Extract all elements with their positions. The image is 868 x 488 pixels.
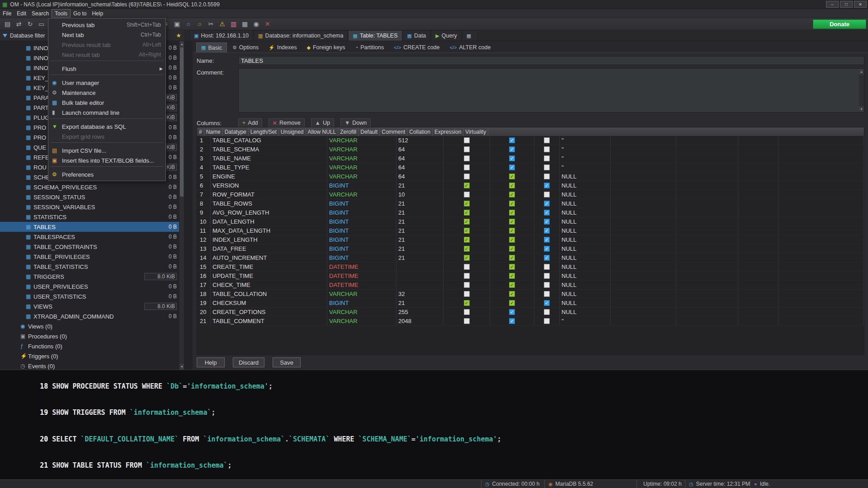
allow-null-checkbox[interactable] bbox=[509, 228, 515, 234]
datatype-cell[interactable]: BIGINT bbox=[327, 199, 396, 208]
tree-item[interactable]: ▦ SCHEMA_PRIVILEGES 0 B bbox=[0, 182, 184, 192]
scrollbar-thumb[interactable] bbox=[180, 47, 184, 197]
allow-null-checkbox[interactable] bbox=[509, 318, 515, 324]
default-cell[interactable]: NULL bbox=[560, 199, 611, 208]
length-cell[interactable]: 21 bbox=[396, 208, 443, 217]
zerofill-checkbox[interactable] bbox=[544, 183, 550, 188]
datatype-cell[interactable]: BIGINT bbox=[327, 244, 396, 253]
default-cell[interactable]: NULL bbox=[560, 299, 611, 307]
table-row[interactable]: 15 CREATE_TIME DATETIME NULL bbox=[197, 263, 864, 272]
default-cell[interactable]: '' bbox=[560, 317, 611, 325]
virtuality-cell[interactable] bbox=[778, 226, 864, 235]
main-tab[interactable]: ▥ Database: information_schema bbox=[254, 30, 348, 41]
menu-entry[interactable]: ⚙ Maintenance bbox=[48, 88, 165, 98]
table-row[interactable]: 20 CREATE_OPTIONS VARCHAR 255 NULL bbox=[197, 308, 864, 317]
comment-cell[interactable] bbox=[611, 199, 676, 208]
table-row[interactable]: 4 TABLE_TYPE VARCHAR 64 '' bbox=[197, 163, 864, 172]
collation-cell[interactable] bbox=[676, 290, 738, 298]
collation-cell[interactable] bbox=[676, 244, 738, 253]
length-cell[interactable]: 64 bbox=[396, 163, 443, 172]
allow-null-checkbox[interactable] bbox=[509, 146, 515, 152]
comment-cell[interactable] bbox=[611, 226, 676, 235]
column-header[interactable]: Name bbox=[204, 127, 223, 136]
zerofill-checkbox[interactable] bbox=[544, 164, 550, 170]
datatype-cell[interactable]: BIGINT bbox=[327, 208, 396, 217]
default-cell[interactable]: NULL bbox=[560, 208, 611, 217]
table-editor-tab[interactable]: ⚙ Options bbox=[228, 42, 263, 52]
table-row[interactable]: 11 MAX_DATA_LENGTH BIGINT 21 NULL bbox=[197, 226, 864, 235]
maximize-button[interactable]: □ bbox=[840, 1, 853, 8]
tree-item[interactable]: ⚡ Triggers (0) bbox=[0, 351, 184, 361]
unsigned-checkbox[interactable] bbox=[464, 183, 470, 188]
comment-cell[interactable] bbox=[611, 181, 676, 190]
tree-item[interactable]: ▦ TABLE_STATISTICS 0 B bbox=[0, 262, 184, 272]
virtuality-cell[interactable] bbox=[778, 308, 864, 316]
column-header[interactable]: Expression bbox=[433, 127, 463, 136]
comment-cell[interactable] bbox=[611, 163, 676, 172]
expression-cell[interactable] bbox=[738, 272, 778, 280]
datatype-cell[interactable]: VARCHAR bbox=[327, 290, 396, 298]
column-name-cell[interactable]: TABLE_NAME bbox=[211, 154, 327, 163]
collation-cell[interactable] bbox=[676, 181, 738, 190]
unsigned-checkbox[interactable] bbox=[464, 201, 470, 206]
zerofill-checkbox[interactable] bbox=[544, 273, 550, 279]
datatype-cell[interactable]: DATETIME bbox=[327, 281, 396, 289]
table-comment-input[interactable] bbox=[238, 68, 864, 113]
virtuality-cell[interactable] bbox=[778, 317, 864, 325]
column-header[interactable]: Virtuality bbox=[463, 127, 488, 136]
length-cell[interactable]: 512 bbox=[396, 136, 443, 145]
main-tab[interactable]: ▦ Table: TABLES bbox=[348, 30, 402, 41]
zerofill-checkbox[interactable] bbox=[544, 255, 550, 261]
length-cell[interactable]: 21 bbox=[396, 217, 443, 226]
datatype-cell[interactable]: VARCHAR bbox=[327, 317, 396, 325]
discard-button[interactable]: Discard bbox=[233, 357, 264, 367]
menu-entry[interactable]: ▣ Insert files into TEXT/BLOB fields... bbox=[48, 155, 165, 165]
menu-entry[interactable]: ▼ Export database as SQL bbox=[48, 122, 165, 131]
unsigned-checkbox[interactable] bbox=[464, 273, 470, 279]
datatype-cell[interactable]: VARCHAR bbox=[327, 308, 396, 316]
default-cell[interactable]: '' bbox=[560, 163, 611, 172]
table-row[interactable]: 5 ENGINE VARCHAR 64 NULL bbox=[197, 172, 864, 181]
zerofill-checkbox[interactable] bbox=[544, 264, 550, 270]
table-row[interactable]: 9 AVG_ROW_LENGTH BIGINT 21 NULL bbox=[197, 208, 864, 217]
disconnect-icon[interactable]: ⇄ bbox=[14, 19, 24, 29]
tree-item[interactable]: ◉ Views (0) bbox=[0, 321, 184, 331]
virtuality-cell[interactable] bbox=[778, 154, 864, 163]
length-cell[interactable] bbox=[396, 263, 443, 271]
allow-null-checkbox[interactable] bbox=[509, 210, 515, 216]
expression-cell[interactable] bbox=[738, 226, 778, 235]
table-row[interactable]: 17 CHECK_TIME DATETIME NULL bbox=[197, 281, 864, 290]
close-button[interactable]: ✕ bbox=[854, 1, 867, 8]
virtuality-cell[interactable] bbox=[778, 172, 864, 181]
expression-cell[interactable] bbox=[738, 308, 778, 316]
cut-icon[interactable]: ✂ bbox=[206, 19, 216, 29]
allow-null-checkbox[interactable] bbox=[509, 291, 515, 297]
search-icon[interactable]: ○ bbox=[183, 19, 193, 29]
tree-item[interactable]: ▦ USER_STATISTICS 0 B bbox=[0, 291, 184, 301]
expression-cell[interactable] bbox=[738, 163, 778, 172]
virtuality-cell[interactable] bbox=[778, 244, 864, 253]
unsigned-checkbox[interactable] bbox=[464, 228, 470, 234]
menu-entry[interactable]: ◉ User manager bbox=[48, 78, 165, 88]
default-cell[interactable]: '' bbox=[560, 154, 611, 163]
column-name-cell[interactable]: TABLE_CATALOG bbox=[211, 136, 327, 145]
tree-item[interactable]: ▦ TRIGGERS 8.0 KiB bbox=[0, 272, 184, 282]
zerofill-checkbox[interactable] bbox=[544, 282, 550, 288]
menu-entry[interactable] bbox=[50, 75, 164, 77]
help-button[interactable]: Help bbox=[197, 357, 225, 367]
default-cell[interactable]: NULL bbox=[560, 263, 611, 271]
allow-null-checkbox[interactable] bbox=[509, 273, 515, 279]
default-cell[interactable]: NULL bbox=[560, 290, 611, 298]
column-name-cell[interactable]: INDEX_LENGTH bbox=[211, 235, 327, 244]
tree-item[interactable]: ▦ VIEWS 8.0 KiB bbox=[0, 301, 184, 311]
table-row[interactable]: 19 CHECKSUM BIGINT 21 NULL bbox=[197, 299, 864, 308]
comment-cell[interactable] bbox=[611, 317, 676, 325]
virtuality-cell[interactable] bbox=[778, 253, 864, 262]
allow-null-checkbox[interactable] bbox=[509, 264, 515, 270]
unsigned-checkbox[interactable] bbox=[464, 146, 470, 152]
search-db-icon[interactable]: ○ bbox=[194, 19, 205, 29]
virtuality-cell[interactable] bbox=[778, 145, 864, 154]
scroll-down-icon[interactable]: ▼ bbox=[859, 106, 864, 112]
allow-null-checkbox[interactable] bbox=[509, 237, 515, 243]
column-header[interactable]: Default bbox=[359, 127, 380, 136]
